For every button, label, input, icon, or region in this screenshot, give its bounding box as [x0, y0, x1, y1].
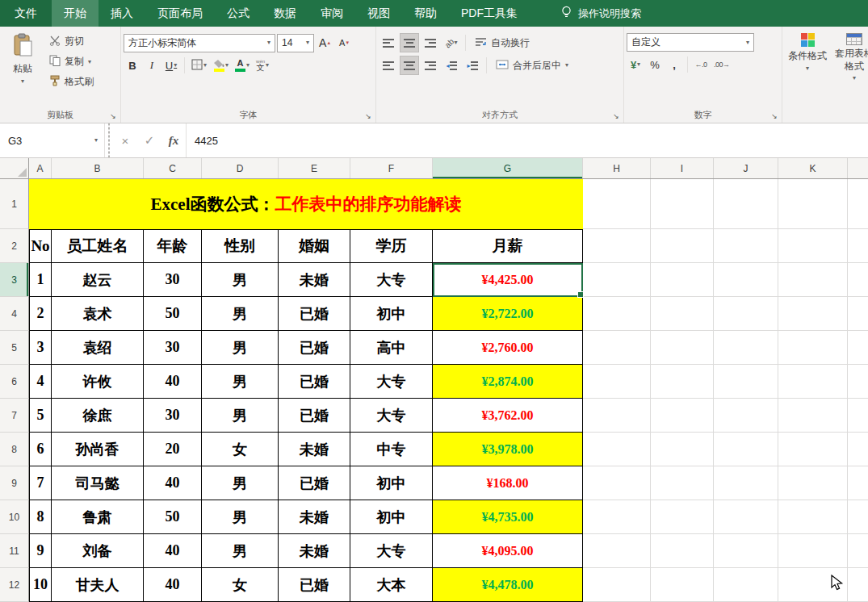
wrap-text-button[interactable]: 自动换行 — [470, 33, 535, 52]
cell-C3[interactable]: 30 — [144, 263, 202, 297]
cell-E4[interactable]: 已婚 — [279, 297, 350, 331]
cell-H11[interactable] — [583, 534, 651, 568]
cell-L10[interactable] — [848, 500, 868, 534]
column-header-J[interactable]: J — [714, 158, 778, 178]
cell-B7[interactable]: 徐庶 — [52, 399, 144, 433]
cell-G12[interactable]: ¥4,478.00 — [433, 568, 583, 602]
cell-H6[interactable] — [583, 365, 651, 399]
cell-I7[interactable] — [651, 399, 714, 433]
cell-L12[interactable] — [848, 568, 868, 602]
comma-style-button[interactable]: , — [665, 55, 683, 74]
cell-F6[interactable]: 大专 — [350, 365, 433, 399]
formula-bar-resize-handle[interactable] — [105, 123, 113, 157]
cell-C6[interactable]: 40 — [144, 365, 202, 399]
copy-button[interactable]: 复制 ▾ — [44, 52, 99, 72]
cell-C12[interactable]: 40 — [144, 568, 202, 602]
cell-L7[interactable] — [848, 399, 868, 433]
cell-I10[interactable] — [651, 500, 714, 534]
cell-K8[interactable] — [778, 433, 848, 466]
cell-B11[interactable]: 刘备 — [52, 534, 144, 568]
cell-G6[interactable]: ¥2,874.00 — [433, 365, 583, 399]
cell-I12[interactable] — [651, 568, 714, 602]
cell-H12[interactable] — [583, 568, 651, 602]
tab-公式[interactable]: 公式 — [215, 0, 262, 27]
cell-F9[interactable]: 初中 — [350, 466, 433, 500]
column-header-D[interactable]: D — [202, 158, 279, 178]
cell-B10[interactable]: 鲁肃 — [52, 500, 144, 534]
header-cell-员工姓名[interactable]: 员工姓名 — [52, 229, 144, 263]
cell-J7[interactable] — [714, 399, 778, 433]
cell-B9[interactable]: 司马懿 — [52, 466, 144, 500]
cell-H2[interactable] — [583, 229, 651, 263]
alignment-dialog-launcher[interactable]: ↘ — [611, 111, 621, 120]
cell-H3[interactable] — [583, 263, 651, 297]
number-dialog-launcher[interactable]: ↘ — [769, 111, 779, 120]
cell-H7[interactable] — [583, 399, 651, 433]
format-painter-button[interactable]: 格式刷 — [44, 72, 99, 92]
cell-K9[interactable] — [778, 466, 848, 500]
increase-decimal-button[interactable]: ←.0 — [692, 55, 710, 74]
cell-G4[interactable]: ¥2,722.00 — [433, 297, 583, 331]
cell-B12[interactable]: 甘夫人 — [52, 568, 144, 602]
cell-D10[interactable]: 男 — [202, 500, 279, 534]
row-header-2[interactable]: 2 — [0, 229, 29, 263]
cell-A7[interactable]: 5 — [29, 399, 52, 433]
column-header-F[interactable]: F — [350, 158, 433, 178]
cut-button[interactable]: 剪切 — [44, 31, 99, 52]
paste-dropdown-icon[interactable]: ▾ — [21, 78, 24, 85]
percent-style-button[interactable]: % — [646, 55, 664, 74]
cell-A8[interactable]: 6 — [29, 433, 52, 466]
cell-J11[interactable] — [714, 534, 778, 568]
formula-input[interactable]: 4425 — [186, 123, 868, 157]
cell-E10[interactable]: 未婚 — [279, 500, 350, 534]
number-format-combo[interactable]: 自定义 ▾ — [627, 33, 754, 52]
cell-K3[interactable] — [778, 263, 848, 297]
cell-C10[interactable]: 50 — [144, 500, 202, 534]
cell-G7[interactable]: ¥3,762.00 — [433, 399, 583, 433]
cell-J2[interactable] — [714, 229, 778, 263]
tell-me-search[interactable]: 操作说明搜索 — [560, 0, 641, 27]
cell-F4[interactable]: 初中 — [350, 297, 433, 331]
row-header-8[interactable]: 8 — [0, 433, 29, 466]
row-header-4[interactable]: 4 — [0, 297, 29, 331]
tab-数据[interactable]: 数据 — [262, 0, 308, 27]
column-header-I[interactable]: I — [651, 158, 714, 178]
tab-页面布局[interactable]: 页面布局 — [145, 0, 215, 27]
tab-文件[interactable]: 文件 — [0, 0, 52, 27]
cell-L6[interactable] — [848, 365, 868, 399]
cell-J6[interactable] — [714, 365, 778, 399]
cell-K4[interactable] — [778, 297, 848, 331]
cell-I1[interactable] — [651, 179, 714, 229]
cell-J12[interactable] — [714, 568, 778, 602]
row-header-10[interactable]: 10 — [0, 500, 29, 534]
column-header-partial[interactable] — [848, 158, 868, 178]
cell-I4[interactable] — [651, 297, 714, 331]
cell-L9[interactable] — [848, 466, 868, 500]
cell-J8[interactable] — [714, 433, 778, 466]
cell-A5[interactable]: 3 — [29, 331, 52, 365]
name-box[interactable]: G3 ▾ — [0, 123, 105, 157]
decrease-indent-icon[interactable]: ◂ — [442, 56, 461, 75]
cell-F10[interactable]: 初中 — [350, 500, 433, 534]
cell-A9[interactable]: 7 — [29, 466, 52, 500]
top-align-icon[interactable] — [379, 33, 398, 52]
cell-D5[interactable]: 男 — [202, 331, 279, 365]
merge-center-button[interactable]: 合并后居中 ▾ — [491, 56, 573, 75]
cell-J5[interactable] — [714, 331, 778, 365]
cell-E12[interactable]: 已婚 — [279, 568, 350, 602]
clipboard-dialog-launcher[interactable]: ↘ — [108, 111, 118, 120]
cell-H10[interactable] — [583, 500, 651, 534]
column-header-K[interactable]: K — [778, 158, 848, 178]
cell-J4[interactable] — [714, 297, 778, 331]
cell-D7[interactable]: 男 — [202, 399, 279, 433]
cell-K1[interactable] — [778, 179, 848, 229]
cell-E3[interactable]: 未婚 — [279, 263, 350, 297]
orientation-icon[interactable]: ab▾ — [442, 33, 461, 52]
copy-dropdown-icon[interactable]: ▾ — [88, 59, 91, 65]
cell-I3[interactable] — [651, 263, 714, 297]
bold-button[interactable]: B — [124, 56, 141, 75]
cell-H1[interactable] — [583, 179, 651, 229]
title-banner[interactable]: Excel函数公式：工作表中的排序功能解读 — [29, 179, 583, 229]
cell-L4[interactable] — [848, 297, 868, 331]
insert-function-button[interactable]: fx — [161, 123, 186, 157]
